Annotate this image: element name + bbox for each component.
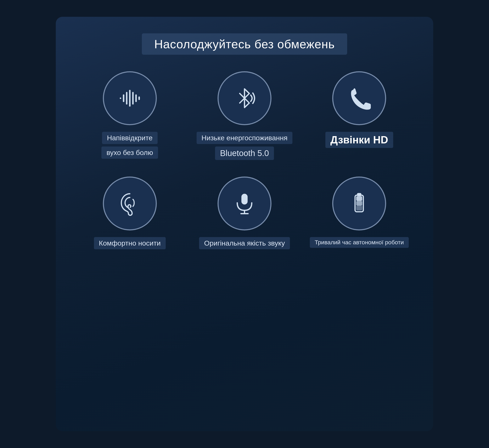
waveform-label2: вухо без болю (101, 146, 158, 159)
ear-icon (116, 190, 143, 217)
page-title: Насолоджуйтесь без обмежень (154, 37, 335, 51)
waveform-label1: Напіввідкрите (102, 132, 158, 144)
main-card: Насолоджуйтесь без обмежень Напіввідкрит… (56, 17, 433, 431)
bluetooth-icon (231, 85, 258, 112)
feature-ear: Комфортно носити (79, 176, 181, 249)
ear-circle (103, 176, 157, 230)
battery-circle (332, 176, 386, 230)
waveform-circle (103, 71, 157, 125)
phone-circle (332, 71, 386, 125)
phone-label: Дзвінки HD (325, 132, 393, 148)
ear-label: Комфортно носити (94, 237, 166, 249)
waveform-icon (116, 85, 143, 112)
microphone-icon (231, 190, 258, 217)
feature-phone: Дзвінки HD (308, 71, 410, 160)
svg-rect-14 (357, 206, 362, 210)
battery-label: Тривалий час автономної роботи (310, 237, 409, 248)
bluetooth-label2: Bluetooth 5.0 (215, 146, 274, 160)
microphone-label: Оригінальна якість звуку (199, 237, 290, 249)
bluetooth-label1: Низьке енергоспоживання (197, 132, 293, 144)
svg-rect-11 (358, 193, 361, 196)
svg-rect-12 (357, 197, 362, 200)
battery-icon (346, 190, 373, 217)
feature-battery: Тривалий час автономної роботи (308, 176, 410, 249)
svg-rect-7 (241, 194, 248, 205)
microphone-circle (218, 176, 271, 230)
phone-icon (346, 85, 373, 112)
feature-waveform: Напіввідкрите вухо без болю (79, 71, 181, 160)
feature-microphone: Оригінальна якість звуку (193, 176, 295, 249)
feature-bluetooth: Низьке енергоспоживання Bluetooth 5.0 (193, 71, 295, 160)
features-grid: Напіввідкрите вухо без болю (79, 71, 410, 249)
bluetooth-circle (218, 71, 271, 125)
svg-rect-13 (357, 201, 362, 205)
title-wrapper: Насолоджуйтесь без обмежень (142, 33, 347, 55)
